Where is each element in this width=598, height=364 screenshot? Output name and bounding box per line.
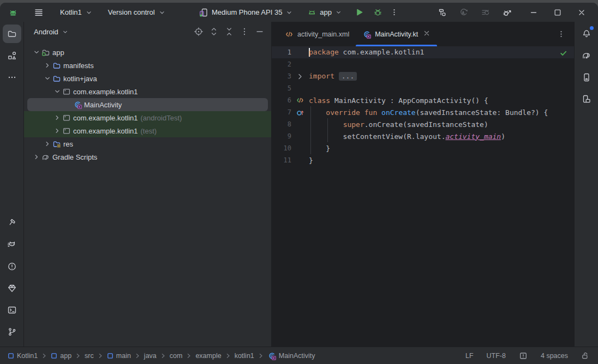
fold-arrow-icon[interactable] [296, 72, 304, 81]
status-bar: Kotlin1appsrcmainjavacomexamplekotlin1Ma… [0, 347, 598, 364]
collapse-all-icon[interactable] [224, 27, 234, 37]
expand-all-icon[interactable] [209, 27, 219, 37]
run-button[interactable] [350, 5, 368, 20]
tool-stripe-running-devices[interactable] [577, 90, 596, 108]
editor-options-icon[interactable] [557, 22, 574, 46]
tree-item-app[interactable]: app [24, 46, 271, 59]
hide-icon[interactable] [255, 27, 265, 37]
tree-item-mainactivity[interactable]: MainActivity [27, 98, 268, 111]
indent-widget[interactable]: 4 spaces [540, 351, 569, 361]
breadcrumb-item-example[interactable]: example [194, 351, 222, 361]
build-button[interactable] [433, 5, 451, 20]
unlocked-padlock-icon[interactable] [580, 350, 590, 361]
tool-stripe-build-hammer[interactable] [3, 214, 21, 232]
inspections-ok-icon[interactable] [559, 49, 567, 57]
breadcrumb-item-app[interactable]: app [50, 351, 73, 361]
tool-stripe-notifications-bell[interactable] [577, 25, 596, 43]
chev-down-sm-icon[interactable] [43, 74, 52, 83]
sync-tasks-button[interactable] [476, 5, 495, 20]
main-menu-icon[interactable] [34, 8, 44, 17]
chev-right-sm-icon[interactable] [32, 153, 41, 161]
project-view-selector[interactable]: Android [32, 26, 71, 38]
code-line-11[interactable]: 11} [272, 154, 574, 166]
editor-tab-activity-main-xml[interactable]: activity_main.xml [278, 22, 356, 46]
code-line-7[interactable]: 7 override fun onCreate(savedInstanceSta… [272, 106, 574, 118]
tree-item-com-example-kotlin1[interactable]: com.example.kotlin1(androidTest) [24, 111, 271, 124]
tree-item-label: com.example.kotlin1 [73, 127, 138, 135]
tree-item-label: manifests [63, 62, 94, 70]
breadcrumb-label: kotlin1 [235, 352, 254, 360]
code-line-6[interactable]: 6class MainActivity : AppCompatActivity(… [272, 94, 574, 106]
title-bar: Kotlin1 Version control Medium Phone API… [0, 3, 598, 22]
chev-right-sm-icon[interactable] [53, 126, 62, 135]
tree-item-gradle-scripts[interactable]: Gradle Scripts [24, 150, 271, 163]
code-line-1[interactable]: 1package com.example.kotlin1 [272, 46, 574, 58]
tab-label: MainActivity.kt [375, 31, 418, 38]
encoding-widget[interactable]: UTF-8 [486, 351, 507, 361]
code-line-5[interactable]: 5 [272, 82, 574, 94]
tree-item-res[interactable]: res [24, 137, 271, 150]
chev-right-sm-icon[interactable] [43, 139, 52, 148]
editor-tab-mainactivity-kt[interactable]: MainActivity.kt [356, 22, 437, 46]
more-actions-icon[interactable] [387, 5, 401, 20]
highlighting-level-icon[interactable] [518, 350, 529, 361]
chev-right-sm-icon[interactable] [43, 61, 52, 70]
close-window-button[interactable] [570, 5, 594, 20]
tool-stripe-app-quality-insights-gem[interactable] [3, 279, 21, 298]
tree-item-kotlin-java[interactable]: kotlin+java [24, 72, 271, 85]
maximize-window-button[interactable] [546, 5, 570, 20]
running-devices-icon [582, 94, 591, 104]
chev-right-sm-icon[interactable] [53, 113, 62, 122]
run-configuration-selector[interactable]: app [304, 6, 345, 19]
breadcrumb-label: MainActivity [279, 352, 315, 360]
chevron-down-icon [335, 9, 342, 16]
breadcrumb-item-main[interactable]: main [106, 351, 132, 361]
tree-item-label: com.example.kotlin1 [73, 114, 138, 122]
tool-stripe-git-branch[interactable] [3, 323, 21, 341]
module-square-icon [51, 353, 57, 359]
tool-stripe-resource-manager[interactable] [3, 46, 21, 65]
profiler-button[interactable] [455, 5, 473, 20]
tool-stripe-gradle-elephant[interactable] [577, 46, 596, 65]
tool-stripe-terminal[interactable] [3, 301, 21, 319]
kotlin-class-icon [362, 30, 371, 39]
breadcrumb-item-mainactivity[interactable]: MainActivity [266, 350, 316, 361]
code-line-2[interactable]: 2 [272, 58, 574, 70]
module-square-icon [107, 353, 113, 359]
code-line-10[interactable]: 10 } [272, 142, 574, 154]
device-selector[interactable]: Medium Phone API 35 [195, 5, 296, 20]
breadcrumb-item-com[interactable]: com [169, 351, 184, 361]
tree-item-com-example-kotlin1[interactable]: com.example.kotlin1 [24, 85, 271, 98]
override-icon[interactable] [296, 108, 304, 117]
tool-stripe-project-folder[interactable] [3, 25, 21, 43]
locate-icon[interactable] [194, 27, 204, 37]
breadcrumb-item-kotlin1[interactable]: Kotlin1 [7, 351, 39, 361]
more-vertical-icon[interactable] [240, 27, 249, 37]
breadcrumb-item-java[interactable]: java [143, 351, 158, 361]
close-tab-icon[interactable] [423, 29, 430, 39]
chev-down-sm-icon[interactable] [32, 48, 41, 57]
line-separator-widget[interactable]: LF [464, 351, 475, 361]
breadcrumb-item-kotlin1[interactable]: kotlin1 [234, 351, 255, 361]
package-icon [62, 126, 71, 135]
related-xml-icon[interactable] [296, 96, 304, 105]
code-lines: 1package com.example.kotlin123import ...… [272, 46, 574, 347]
tree-item-manifests[interactable]: manifests [24, 59, 271, 72]
minimize-window-button[interactable] [522, 5, 546, 20]
attach-debugger-button[interactable] [498, 5, 517, 20]
tool-stripe-problems[interactable] [3, 257, 21, 276]
breadcrumb-item-src[interactable]: src [83, 351, 95, 361]
code-line-3[interactable]: 3import ... [272, 70, 574, 82]
tool-stripe-logcat-cat[interactable] [3, 235, 21, 254]
tree-item-com-example-kotlin1[interactable]: com.example.kotlin1(test) [24, 124, 271, 137]
debug-button[interactable] [368, 5, 387, 20]
project-selector[interactable]: Kotlin1 [57, 6, 96, 19]
code-line-8[interactable]: 8 super.onCreate(savedInstanceState) [272, 118, 574, 130]
code-line-9[interactable]: 9 setContentView(R.layout.activity_main) [272, 130, 574, 142]
chev-down-sm-icon[interactable] [53, 87, 62, 96]
tool-stripe-device-manager[interactable] [577, 68, 596, 87]
tool-stripe-more-horizontal[interactable] [3, 68, 21, 87]
vcs-widget[interactable]: Version control [105, 6, 169, 19]
breadcrumb-label: src [85, 352, 94, 360]
code-editor[interactable]: 1package com.example.kotlin123import ...… [272, 46, 574, 347]
